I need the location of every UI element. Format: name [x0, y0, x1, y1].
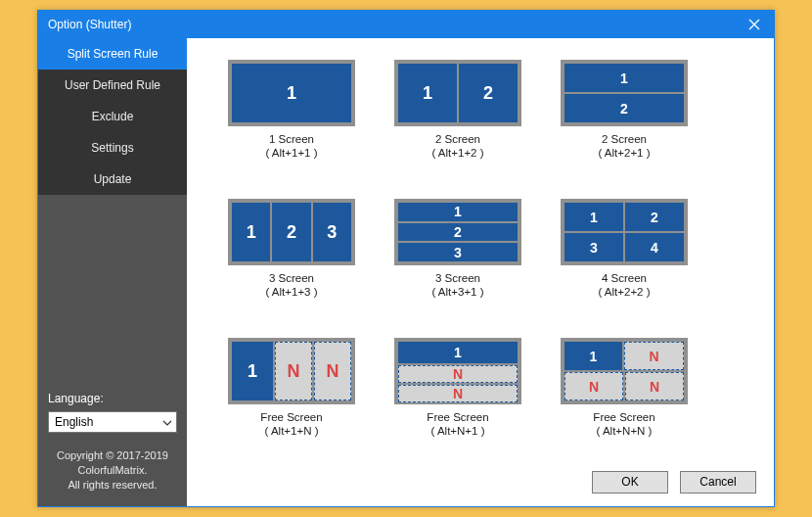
rule-item-4screen[interactable]: 1 2 3 4 4 Screen ( Alt+2+2 ): [555, 199, 694, 320]
pane: 1: [398, 64, 457, 122]
pane: 2: [272, 203, 310, 261]
rule-caption: 3 Screen ( Alt+1+3 ): [265, 271, 317, 300]
rule-shortcut: ( Alt+3+1 ): [431, 285, 483, 299]
sidebar-spacer: [38, 195, 187, 386]
rule-title: 2 Screen: [598, 132, 650, 146]
rule-thumb: 1 N N N: [561, 338, 688, 404]
rule-title: 2 Screen: [431, 132, 483, 146]
rule-grid: 1 1 Screen ( Alt+1+1 ) 1 2 2 Screen: [187, 38, 774, 463]
pane: 1: [564, 203, 623, 231]
rule-caption: Free Screen ( Alt+N+1 ): [427, 410, 488, 439]
pane: 1: [398, 203, 518, 221]
nav-exclude[interactable]: Exclude: [38, 101, 187, 132]
rule-title: 4 Screen: [598, 271, 650, 285]
rule-thumb: 1 2 3 4: [561, 199, 688, 265]
option-window: Option (Shutter) Split Screen RuleUser D…: [37, 10, 775, 507]
rule-item-free-nn[interactable]: 1 N N N Free Screen ( Alt+N+N ): [555, 338, 694, 459]
rule-shortcut: ( Alt+N+1 ): [427, 424, 488, 438]
rule-item-free-n1[interactable]: 1 N N Free Screen ( Alt+N+1 ): [388, 338, 527, 459]
pane-free: N: [625, 372, 684, 400]
copyright-line2: ColorfulMatrix.: [44, 463, 181, 478]
rule-thumb: 1 2: [394, 60, 521, 126]
rule-item-1screen[interactable]: 1 1 Screen ( Alt+1+1 ): [222, 60, 361, 181]
language-select[interactable]: English: [48, 411, 177, 433]
rule-item-free-1n[interactable]: 1 N N Free Screen ( Alt+1+N ): [222, 338, 361, 459]
nav-settings[interactable]: Settings: [38, 132, 187, 164]
pane-free: N: [398, 385, 518, 402]
pane: 3: [564, 233, 623, 261]
rule-item-3screen-h[interactable]: 1 2 3 3 Screen ( Alt+1+3 ): [222, 199, 361, 320]
close-button[interactable]: [743, 19, 766, 30]
pane: 2: [625, 203, 684, 231]
titlebar[interactable]: Option (Shutter): [38, 11, 774, 38]
rule-item-2screen-h[interactable]: 1 2 2 Screen ( Alt+1+2 ): [388, 60, 527, 181]
copyright: Copyright © 2017-2019 ColorfulMatrix. Al…: [38, 439, 187, 506]
rule-item-3screen-v[interactable]: 1 2 3 3 Screen ( Alt+3+1 ): [388, 199, 527, 320]
rule-caption: 4 Screen ( Alt+2+2 ): [598, 271, 650, 300]
dialog-buttons: OK Cancel: [187, 463, 774, 506]
rule-item-2screen-v[interactable]: 1 2 2 Screen ( Alt+2+1 ): [555, 60, 694, 181]
rule-thumb: 1 N N: [394, 338, 521, 404]
pane: 3: [398, 243, 518, 261]
copyright-line1: Copyright © 2017-2019: [44, 448, 181, 463]
rule-caption: 2 Screen ( Alt+1+2 ): [431, 132, 483, 161]
rule-caption: Free Screen ( Alt+N+N ): [593, 410, 654, 439]
pane: 4: [625, 233, 684, 261]
pane: 1: [232, 203, 270, 261]
pane-free: N: [314, 342, 351, 400]
rule-caption: 2 Screen ( Alt+2+1 ): [598, 132, 650, 161]
language-selected: English: [55, 415, 162, 429]
rule-shortcut: ( Alt+1+2 ): [431, 146, 483, 160]
rule-thumb: 1 N N: [228, 338, 355, 404]
rule-thumb: 1 2 3: [228, 199, 355, 265]
sidebar: Split Screen RuleUser Defined RuleExclud…: [38, 38, 187, 506]
window-title: Option (Shutter): [48, 18, 743, 31]
pane-free: N: [624, 342, 684, 370]
cancel-button[interactable]: Cancel: [680, 471, 756, 494]
pane: 2: [459, 64, 518, 122]
language-label: Language:: [38, 386, 187, 409]
chevron-down-icon: [162, 415, 172, 429]
rule-shortcut: ( Alt+2+2 ): [598, 285, 650, 299]
rule-caption: Free Screen ( Alt+1+N ): [260, 410, 322, 439]
pane: 1: [564, 342, 622, 370]
rule-shortcut: ( Alt+1+1 ): [265, 146, 317, 160]
pane: 1: [232, 64, 351, 122]
nav-split-screen-rule[interactable]: Split Screen Rule: [38, 38, 187, 70]
pane: 2: [564, 94, 684, 122]
rule-title: Free Screen: [593, 410, 654, 424]
rule-thumb: 1 2 3: [394, 199, 521, 265]
close-icon: [743, 19, 766, 30]
rule-title: Free Screen: [260, 410, 322, 424]
rule-title: 3 Screen: [431, 271, 483, 285]
rule-thumb: 1: [228, 60, 355, 126]
rule-title: 3 Screen: [265, 271, 317, 285]
ok-button[interactable]: OK: [592, 471, 668, 494]
rule-title: 1 Screen: [265, 132, 317, 146]
pane: 1: [398, 342, 518, 363]
copyright-line3: All rights reserved.: [44, 478, 181, 493]
rule-thumb: 1 2: [561, 60, 688, 126]
nav-user-defined-rule[interactable]: User Defined Rule: [38, 70, 187, 101]
rule-shortcut: ( Alt+N+N ): [593, 424, 654, 438]
pane-free: N: [398, 365, 518, 383]
rule-title: Free Screen: [427, 410, 488, 424]
main-panel: 1 1 Screen ( Alt+1+1 ) 1 2 2 Screen: [187, 38, 774, 506]
pane: 3: [313, 203, 351, 261]
rule-caption: 3 Screen ( Alt+3+1 ): [431, 271, 483, 300]
pane: 1: [232, 342, 273, 400]
rule-shortcut: ( Alt+1+3 ): [265, 285, 317, 299]
rule-shortcut: ( Alt+1+N ): [260, 424, 322, 438]
client-area: Split Screen RuleUser Defined RuleExclud…: [38, 38, 774, 506]
rule-caption: 1 Screen ( Alt+1+1 ): [265, 132, 317, 161]
pane: 2: [398, 223, 518, 242]
pane-free: N: [564, 372, 623, 400]
pane-free: N: [275, 342, 312, 400]
rule-shortcut: ( Alt+2+1 ): [598, 146, 650, 160]
pane: 1: [564, 64, 684, 92]
nav-update[interactable]: Update: [38, 164, 187, 195]
